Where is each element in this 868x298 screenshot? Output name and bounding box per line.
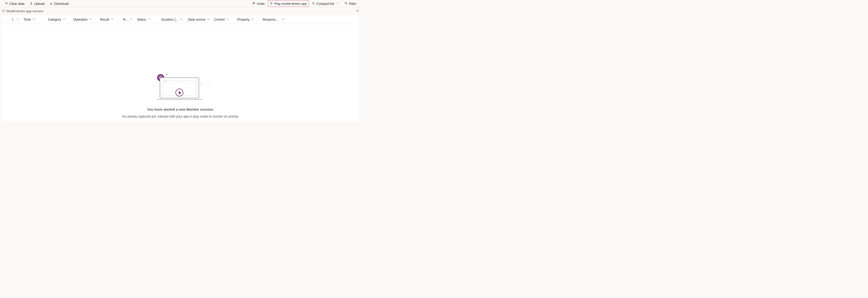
invite-button[interactable]: Invite	[250, 0, 267, 7]
close-icon	[356, 9, 359, 13]
chevron-down-icon	[16, 18, 20, 21]
col-status-label: Status	[137, 18, 146, 21]
chevron-down-icon	[111, 18, 114, 21]
chevron-down-icon	[62, 18, 66, 21]
col-id-label: I..	[12, 18, 15, 21]
play-app-button[interactable]: Play model-driven app	[268, 0, 309, 7]
col-operation[interactable]: Operation	[71, 18, 98, 21]
col-result[interactable]: Result	[98, 18, 121, 21]
chevron-down-icon	[180, 18, 183, 21]
monitor-page: Clear data Upload Download Invite	[0, 0, 361, 121]
col-data-source[interactable]: Data source	[186, 18, 212, 21]
chevron-down-icon	[32, 18, 35, 21]
view-label: Compact list	[316, 2, 334, 5]
command-bar: Clear data Upload Download Invite	[0, 0, 361, 7]
invite-label: Invite	[257, 2, 265, 5]
session-close-button[interactable]	[356, 9, 359, 13]
chevron-down-icon	[251, 18, 254, 21]
chevron-down-icon	[89, 18, 92, 21]
search-icon	[344, 2, 348, 5]
filter-button[interactable]: Filter	[342, 0, 358, 7]
svg-point-1	[345, 2, 347, 4]
invite-person-icon	[252, 2, 255, 5]
tick-accent-icon: ⟋	[151, 83, 155, 88]
download-label: Download	[54, 2, 68, 5]
clear-data-label: Clear data	[9, 2, 25, 5]
download-icon	[50, 2, 53, 5]
command-bar-left: Clear data Upload Download	[3, 0, 71, 7]
col-result-info-label: R...	[123, 18, 128, 21]
session-info-bar: Model-driven app session	[0, 7, 361, 15]
view-switcher[interactable]: Compact list	[310, 0, 341, 7]
empty-subtext: No activity captured yet. Interact with …	[2, 114, 359, 118]
plus-accent-icon: +	[201, 82, 203, 85]
upload-button[interactable]: Upload	[28, 0, 46, 7]
laptop-icon	[160, 78, 199, 100]
col-data-source-label: Data source	[188, 18, 205, 21]
svg-point-0	[253, 2, 254, 3]
chevron-down-icon	[281, 18, 284, 21]
session-info-text: Model-driven app session	[6, 9, 43, 13]
col-id[interactable]: I..	[10, 18, 22, 21]
chevron-down-icon	[207, 18, 210, 21]
session-info: Model-driven app session	[2, 9, 43, 13]
col-response-label: Response ...	[263, 18, 280, 21]
upload-icon	[30, 2, 33, 5]
clear-data-button[interactable]: Clear data	[3, 0, 27, 7]
close-icon	[5, 2, 8, 5]
spark-icon: ✦	[165, 73, 168, 76]
play-icon	[270, 2, 273, 5]
command-bar-right: Invite Play model-driven app Compact lis…	[250, 0, 358, 7]
col-result-label: Result	[100, 18, 109, 21]
col-response[interactable]: Response ...	[261, 18, 286, 21]
chevron-down-icon	[130, 18, 133, 21]
col-control[interactable]: Control	[212, 18, 236, 21]
col-time[interactable]: Time	[22, 18, 46, 21]
col-category-label: Category	[48, 18, 61, 21]
grid-body: ✦ + ⟋ ⟋ You have started a new Monitor s…	[2, 24, 359, 121]
upload-label: Upload	[34, 2, 44, 5]
col-result-info[interactable]: R...	[121, 18, 135, 21]
chevron-down-icon	[336, 2, 339, 5]
download-button[interactable]: Download	[48, 0, 71, 7]
col-duration[interactable]: Duration (...	[159, 18, 186, 21]
tick-accent-icon: ⟋	[206, 84, 210, 88]
col-time-label: Time	[24, 18, 31, 21]
empty-heading: You have started a new Monitor session.	[2, 107, 359, 111]
col-control-label: Control	[214, 18, 224, 21]
empty-illustration: ✦ + ⟋ ⟋	[156, 73, 205, 103]
col-duration-label: Duration (...	[161, 18, 178, 21]
info-icon	[2, 9, 5, 13]
chevron-down-icon	[226, 18, 229, 21]
grid-header-row: I.. Time Category Operation Result R...	[2, 15, 359, 24]
col-property[interactable]: Property	[236, 18, 261, 21]
filter-label: Filter	[349, 2, 356, 5]
play-app-label: Play model-driven app	[275, 2, 307, 5]
list-icon	[312, 2, 315, 5]
col-property-label: Property	[237, 18, 250, 21]
col-category[interactable]: Category	[46, 18, 71, 21]
col-operation-label: Operation	[73, 18, 88, 21]
play-circle-icon	[176, 88, 183, 97]
events-grid: I.. Time Category Operation Result R...	[2, 15, 359, 121]
empty-state: ✦ + ⟋ ⟋ You have started a new Monitor s…	[2, 24, 359, 118]
col-status[interactable]: Status	[135, 18, 159, 21]
chevron-down-icon	[148, 18, 151, 21]
